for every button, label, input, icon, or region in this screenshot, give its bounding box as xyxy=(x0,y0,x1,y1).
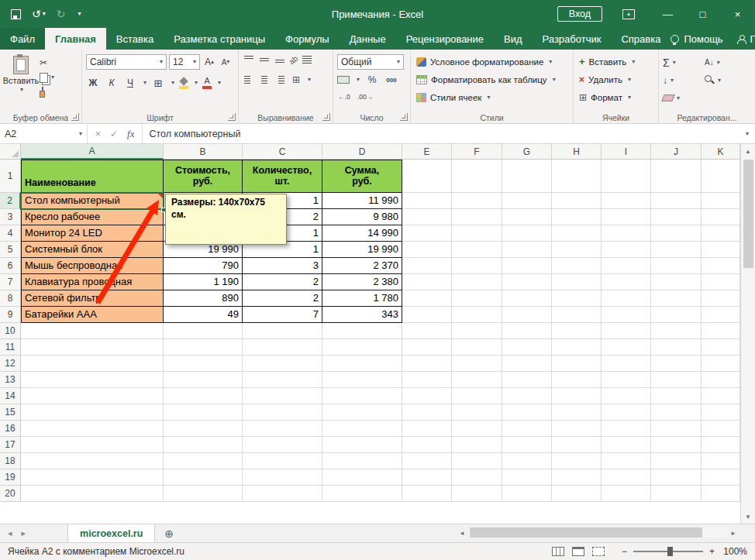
cell-J18[interactable] xyxy=(651,453,702,469)
cell-C15[interactable] xyxy=(243,404,322,421)
cell-F5[interactable] xyxy=(452,242,502,258)
cell-styles-button[interactable]: Стили ячеек ▾ xyxy=(413,88,571,106)
cell-K5[interactable] xyxy=(702,242,740,258)
redo-button[interactable]: ↻ xyxy=(57,8,66,20)
cell-F10[interactable] xyxy=(452,323,502,339)
cell-K11[interactable] xyxy=(702,339,740,356)
cell-K6[interactable] xyxy=(702,258,740,274)
cell-K20[interactable] xyxy=(702,486,740,502)
column-header-K[interactable]: K xyxy=(702,144,740,160)
cell-I4[interactable] xyxy=(602,225,651,242)
cell-J1[interactable] xyxy=(651,160,702,193)
name-box[interactable]: A2 ▾ xyxy=(0,124,88,143)
vertical-scroll-thumb[interactable] xyxy=(743,160,753,268)
cell-K12[interactable] xyxy=(702,356,740,372)
sheet-nav-right-icon[interactable]: ▸ xyxy=(22,528,26,538)
cell-J20[interactable] xyxy=(651,486,702,502)
autosum-button[interactable]: Σ▾ xyxy=(663,57,705,69)
cell-I13[interactable] xyxy=(602,372,651,388)
align-top-button[interactable] xyxy=(243,54,255,65)
row-header-20[interactable]: 20 xyxy=(0,486,21,502)
merge-center-button[interactable]: ⊞ xyxy=(289,73,303,87)
cell-D19[interactable] xyxy=(322,469,402,486)
zoom-slider-handle[interactable] xyxy=(667,547,673,556)
cell-K15[interactable] xyxy=(702,404,740,421)
decrease-decimal-button[interactable]: .00→ xyxy=(357,90,373,104)
cell-D7[interactable]: 2 380 xyxy=(322,274,402,290)
cell-G7[interactable] xyxy=(502,274,552,290)
cell-D12[interactable] xyxy=(322,356,402,372)
row-header-11[interactable]: 11 xyxy=(0,339,21,356)
row-header-6[interactable]: 6 xyxy=(0,258,21,274)
tab-Разметка страницы[interactable]: Разметка страницы xyxy=(164,28,275,50)
row-header-4[interactable]: 4 xyxy=(0,225,21,242)
align-right-button[interactable] xyxy=(274,74,286,85)
cell-J9[interactable] xyxy=(651,307,702,323)
row-header-19[interactable]: 19 xyxy=(0,469,21,486)
cell-I12[interactable] xyxy=(602,356,651,372)
cell-B11[interactable] xyxy=(164,339,243,356)
alignment-dialog-launcher[interactable] xyxy=(322,113,330,121)
sort-filter-button[interactable]: А↓▾ xyxy=(705,57,751,69)
cell-G8[interactable] xyxy=(502,290,552,307)
cell-E17[interactable] xyxy=(402,437,452,453)
cell-B7[interactable]: 1 190 xyxy=(164,274,243,290)
cell-H3[interactable] xyxy=(552,209,602,225)
cell-A19[interactable] xyxy=(21,469,164,486)
paste-button[interactable]: Вставить ▾ xyxy=(2,53,40,110)
increase-decimal-button[interactable]: ←.0 xyxy=(337,90,351,104)
row-header-8[interactable]: 8 xyxy=(0,290,21,307)
cell-J19[interactable] xyxy=(651,469,702,486)
cell-A9[interactable]: Батарейки AAA xyxy=(21,307,164,323)
cell-I2[interactable] xyxy=(602,193,651,209)
cell-E12[interactable] xyxy=(402,356,452,372)
cell-I17[interactable] xyxy=(602,437,651,453)
cell-J6[interactable] xyxy=(651,258,702,274)
cell-C11[interactable] xyxy=(243,339,322,356)
increase-font-button[interactable]: А▴ xyxy=(202,55,216,69)
ribbon-display-options-icon[interactable]: ▴ xyxy=(622,9,635,19)
cell-B14[interactable] xyxy=(164,388,243,404)
cell-C17[interactable] xyxy=(243,437,322,453)
scroll-down-icon[interactable]: ▾ xyxy=(741,510,755,524)
cell-C1[interactable]: Количество, шт. xyxy=(243,160,322,193)
borders-button[interactable]: ⊞ xyxy=(151,76,165,90)
cell-A1[interactable]: Наименование xyxy=(21,160,164,193)
scroll-up-icon[interactable]: ▴ xyxy=(741,144,755,158)
cell-C9[interactable]: 7 xyxy=(243,307,322,323)
tab-Формулы[interactable]: Формулы xyxy=(275,28,340,50)
cell-D6[interactable]: 2 370 xyxy=(322,258,402,274)
cell-G16[interactable] xyxy=(502,421,552,437)
column-header-G[interactable]: G xyxy=(502,144,552,160)
bold-button[interactable]: Ж xyxy=(86,76,100,90)
save-button[interactable] xyxy=(11,9,21,19)
format-as-table-button[interactable]: Форматировать как таблицу ▾ xyxy=(413,70,571,88)
sheet-nav-left-icon[interactable]: ◂ xyxy=(8,528,12,538)
cell-K3[interactable] xyxy=(702,209,740,225)
cell-K17[interactable] xyxy=(702,437,740,453)
cell-H6[interactable] xyxy=(552,258,602,274)
cell-H4[interactable] xyxy=(552,225,602,242)
vertical-scrollbar[interactable]: ▴ ▾ xyxy=(740,144,755,524)
cell-J17[interactable] xyxy=(651,437,702,453)
align-center-button[interactable] xyxy=(258,74,271,85)
find-select-button[interactable]: ▾ xyxy=(705,74,751,87)
cell-D20[interactable] xyxy=(322,486,402,502)
scroll-left-icon[interactable]: ◂ xyxy=(456,529,468,537)
number-format-combo[interactable]: Общий▾ xyxy=(337,54,404,70)
font-size-combo[interactable]: 12▾ xyxy=(169,54,200,70)
cell-G10[interactable] xyxy=(502,323,552,339)
sheet-tab-microexcel[interactable]: microexcel.ru xyxy=(67,524,155,542)
cell-D3[interactable]: 9 980 xyxy=(322,209,402,225)
cell-D14[interactable] xyxy=(322,388,402,404)
cell-C18[interactable] xyxy=(243,453,322,469)
cell-H15[interactable] xyxy=(552,404,602,421)
cell-H20[interactable] xyxy=(552,486,602,502)
cell-C7[interactable]: 2 xyxy=(243,274,322,290)
cell-I20[interactable] xyxy=(602,486,651,502)
cell-A15[interactable] xyxy=(21,404,164,421)
font-name-combo[interactable]: Calibri▾ xyxy=(86,54,167,70)
horizontal-scrollbar[interactable]: ◂ ▸ xyxy=(456,526,739,539)
cell-I18[interactable] xyxy=(602,453,651,469)
cell-B18[interactable] xyxy=(164,453,243,469)
